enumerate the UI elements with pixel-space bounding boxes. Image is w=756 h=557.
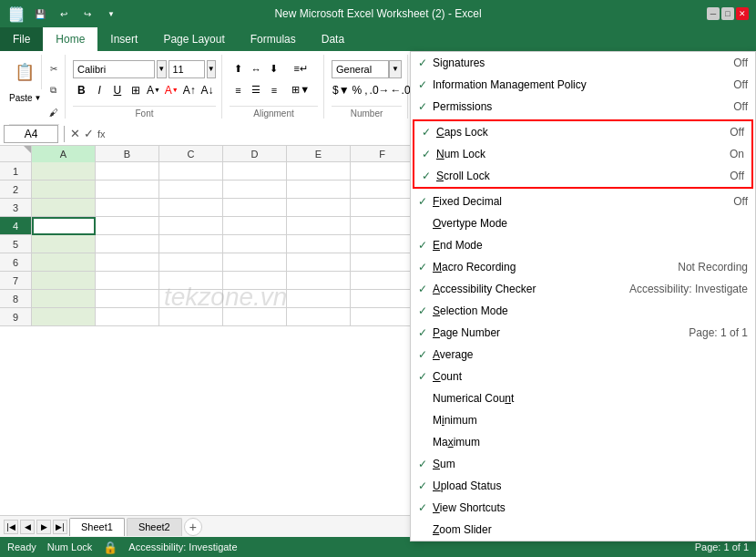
- cell-f6[interactable]: [351, 253, 414, 272]
- cell-f9[interactable]: [351, 308, 414, 326]
- cell-a7[interactable]: [32, 272, 96, 290]
- cell-d7[interactable]: [223, 272, 287, 290]
- cell-a8[interactable]: [32, 290, 96, 308]
- save-qat-btn[interactable]: 💾: [31, 5, 49, 23]
- row-header-3[interactable]: 3: [0, 199, 32, 217]
- cell-b4[interactable]: [96, 217, 159, 235]
- dropdown-item-overtype[interactable]: ✓ Overtype Mode: [411, 212, 755, 234]
- number-format-dropdown[interactable]: ▼: [389, 60, 402, 78]
- increase-decimal-btn[interactable]: .0→: [370, 81, 390, 99]
- dropdown-item-selection-mode[interactable]: ✓ Selection Mode: [411, 300, 755, 322]
- cell-b6[interactable]: [96, 253, 159, 272]
- sheet-tab-sheet2[interactable]: Sheet2: [127, 518, 182, 536]
- cell-c5[interactable]: [159, 235, 223, 253]
- qat-dropdown[interactable]: ▼: [102, 5, 120, 23]
- confirm-formula-icon[interactable]: ✓: [84, 127, 94, 140]
- add-sheet-btn[interactable]: +: [184, 518, 202, 536]
- cell-d9[interactable]: [223, 308, 287, 326]
- align-middle-btn[interactable]: ↔: [248, 60, 265, 78]
- cell-e8[interactable]: [287, 290, 351, 308]
- minimize-btn[interactable]: ─: [707, 7, 720, 20]
- cell-f1[interactable]: [351, 162, 414, 181]
- status-accessibility[interactable]: Accessibility: Investigate: [128, 542, 237, 552]
- cell-e1[interactable]: [287, 162, 351, 181]
- cell-c7[interactable]: [159, 272, 223, 290]
- cell-a5[interactable]: [32, 235, 96, 253]
- merge-btn[interactable]: ⊞▼: [283, 81, 318, 99]
- dropdown-item-maximum[interactable]: ✓ Maximum: [411, 431, 755, 453]
- cell-c6[interactable]: [159, 253, 223, 272]
- dropdown-item-average[interactable]: ✓ Average: [411, 344, 755, 366]
- wrap-text-btn[interactable]: ≡↵: [283, 60, 318, 78]
- col-header-c[interactable]: C: [159, 146, 223, 162]
- font-name-input[interactable]: [73, 60, 155, 78]
- cell-b9[interactable]: [96, 308, 159, 326]
- dropdown-item-view-shortcuts[interactable]: ✓ View Shortcuts: [411, 497, 755, 519]
- col-header-b[interactable]: B: [96, 146, 159, 162]
- row-header-4[interactable]: 4: [0, 217, 32, 235]
- dropdown-item-accessibility-checker[interactable]: ✓ Accessibility Checker Accessibility: I…: [411, 278, 755, 300]
- cell-d3[interactable]: [223, 199, 287, 217]
- sheet-tab-sheet1[interactable]: Sheet1: [69, 518, 125, 536]
- cell-a3[interactable]: [32, 199, 96, 217]
- dropdown-item-signatures[interactable]: ✓ Signatures Off: [411, 52, 755, 74]
- tab-page-layout[interactable]: Page Layout: [150, 27, 237, 51]
- cell-f8[interactable]: [351, 290, 414, 308]
- cell-d4[interactable]: [223, 217, 287, 235]
- font-name-dropdown[interactable]: ▼: [157, 60, 167, 78]
- cell-f3[interactable]: [351, 199, 414, 217]
- comma-btn[interactable]: ,: [363, 81, 368, 99]
- dropdown-item-zoom-slider[interactable]: ✓ Zoom Slider: [411, 519, 755, 541]
- italic-btn[interactable]: I: [91, 81, 108, 99]
- cell-b7[interactable]: [96, 272, 159, 290]
- cell-d8[interactable]: [223, 290, 287, 308]
- cell-c2[interactable]: [159, 181, 223, 199]
- cell-f4[interactable]: [351, 217, 414, 235]
- col-header-d[interactable]: D: [223, 146, 287, 162]
- font-color-btn[interactable]: A▼: [163, 81, 180, 99]
- currency-btn[interactable]: $▼: [332, 81, 351, 99]
- scroll-next-sheet[interactable]: ▶: [36, 520, 51, 534]
- cell-c4[interactable]: [159, 217, 223, 235]
- row-header-2[interactable]: 2: [0, 181, 32, 199]
- row-header-9[interactable]: 9: [0, 308, 32, 326]
- increase-font-btn[interactable]: A↑: [181, 81, 199, 99]
- fill-color-btn[interactable]: A▼: [145, 81, 162, 99]
- cell-c8[interactable]: [159, 290, 223, 308]
- cut-btn[interactable]: ✂: [44, 58, 64, 78]
- tab-home[interactable]: Home: [43, 27, 97, 51]
- dropdown-item-page-number[interactable]: ✓ Page Number Page: 1 of 1: [411, 322, 755, 344]
- cell-a2[interactable]: [32, 181, 96, 199]
- cell-d5[interactable]: [223, 235, 287, 253]
- row-header-6[interactable]: 6: [0, 253, 32, 272]
- font-size-input[interactable]: [169, 60, 205, 78]
- scroll-first-sheet[interactable]: |◀: [4, 520, 18, 534]
- dropdown-item-scroll-lock[interactable]: ✓ Scroll Lock Off: [414, 165, 751, 187]
- underline-btn[interactable]: U: [109, 81, 127, 99]
- dropdown-item-sum[interactable]: ✓ Sum: [411, 453, 755, 475]
- cell-a1[interactable]: [32, 162, 96, 181]
- bold-btn[interactable]: B: [73, 81, 90, 99]
- cell-f2[interactable]: [351, 181, 414, 199]
- scroll-prev-sheet[interactable]: ◀: [20, 520, 35, 534]
- cell-e9[interactable]: [287, 308, 351, 326]
- cancel-formula-icon[interactable]: ✕: [70, 127, 80, 140]
- cell-c9[interactable]: [159, 308, 223, 326]
- cell-b1[interactable]: [96, 162, 159, 181]
- dropdown-item-caps-lock[interactable]: ✓ Caps Lock Off: [414, 121, 751, 143]
- cell-f7[interactable]: [351, 272, 414, 290]
- cell-e5[interactable]: [287, 235, 351, 253]
- row-header-5[interactable]: 5: [0, 235, 32, 253]
- cell-c3[interactable]: [159, 199, 223, 217]
- col-header-e[interactable]: E: [287, 146, 351, 162]
- cell-a4[interactable]: [32, 217, 96, 235]
- cell-d2[interactable]: [223, 181, 287, 199]
- col-header-a[interactable]: A: [32, 146, 96, 162]
- dropdown-item-count[interactable]: ✓ Count: [411, 366, 755, 387]
- border-btn[interactable]: ⊞: [127, 81, 144, 99]
- cell-f5[interactable]: [351, 235, 414, 253]
- cell-e3[interactable]: [287, 199, 351, 217]
- undo-qat-btn[interactable]: ↩: [55, 5, 73, 23]
- cell-reference-box[interactable]: [4, 125, 58, 143]
- decrease-decimal-btn[interactable]: ←.0: [391, 81, 411, 99]
